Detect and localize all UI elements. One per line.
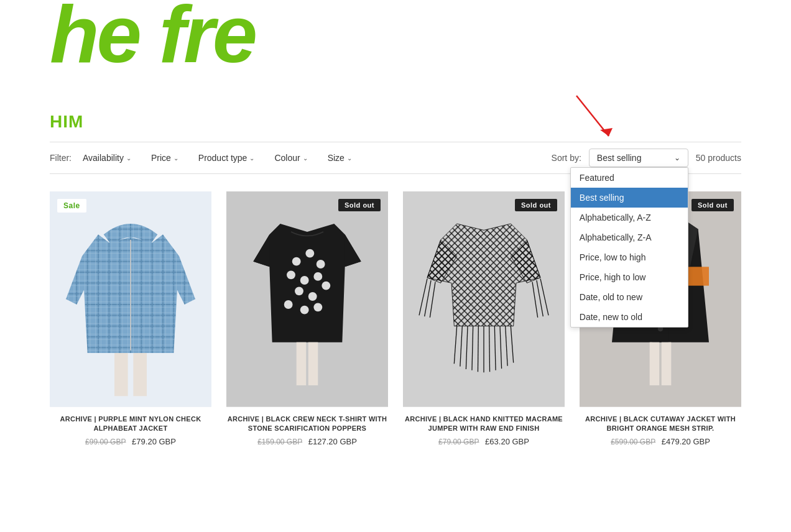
sort-option-price-desc[interactable]: Price, high to low	[571, 267, 688, 287]
sort-option-featured[interactable]: Featured	[571, 168, 688, 188]
product-image-wrapper: Sold out	[403, 191, 565, 407]
product-badge-sale: Sale	[57, 199, 86, 213]
sort-option-best-selling[interactable]: Best selling	[571, 188, 688, 208]
hero-banner: he fre	[0, 0, 791, 99]
chevron-down-icon: ⌄	[126, 155, 131, 162]
svg-point-15	[305, 249, 314, 258]
svg-point-17	[287, 270, 295, 279]
svg-point-23	[284, 300, 293, 309]
product-price: £599.00 GBP £479.20 GBP	[580, 437, 741, 446]
filter-availability[interactable]: Availability ⌄	[79, 150, 135, 165]
sort-select-wrapper: Best selling ⌄ Featured Best selling Alp…	[589, 149, 688, 167]
filter-colour[interactable]: Colour ⌄	[271, 150, 311, 165]
list-item[interactable]: Sold out ARCHIVE | BLACK CREW NECK T-SHI…	[226, 191, 388, 446]
product-image	[226, 191, 388, 407]
product-title: ARCHIVE | BLACK HAND KNITTED MACRAME JUM…	[403, 415, 565, 434]
svg-point-22	[321, 282, 330, 290]
product-title: ARCHIVE | BLACK CUTAWAY JACKET WITH BRIG…	[580, 415, 741, 434]
svg-rect-12	[133, 353, 147, 396]
filter-price[interactable]: Price ⌄	[147, 150, 182, 165]
sort-dropdown-menu: Featured Best selling Alphabetically, A-…	[570, 167, 688, 328]
sort-option-date-new[interactable]: Date, new to old	[571, 307, 688, 327]
svg-point-16	[317, 260, 325, 268]
svg-rect-27	[308, 342, 318, 385]
chevron-down-icon: ⌄	[674, 154, 680, 162]
product-badge-sold-out: Sold out	[338, 199, 381, 211]
svg-line-38	[489, 326, 490, 372]
price-sale: £79.20 GBP	[132, 437, 176, 446]
product-badge-sold-out: Sold out	[515, 199, 557, 211]
price-original: £99.00 GBP	[85, 438, 126, 446]
filter-size[interactable]: Size ⌄	[324, 150, 356, 165]
product-image-wrapper: Sale	[50, 191, 211, 407]
svg-point-20	[295, 287, 303, 295]
list-item[interactable]: Sold out ARCHIVE | BLACK HAND KNITTED MA…	[403, 191, 565, 446]
sort-option-price-asc[interactable]: Price, low to high	[571, 247, 688, 267]
price-original: £159.00 GBP	[257, 438, 302, 446]
svg-line-36	[478, 326, 478, 372]
product-price: £99.00 GBP £79.20 GBP	[50, 437, 211, 446]
sort-section: Sort by: Best selling ⌄ Featured Best se…	[552, 149, 741, 167]
product-image-wrapper: Sold out	[226, 191, 388, 407]
svg-point-19	[313, 272, 322, 281]
svg-rect-26	[297, 342, 307, 385]
sort-current-value: Best selling	[597, 153, 642, 163]
svg-rect-56	[650, 342, 660, 385]
product-image	[50, 191, 211, 407]
filter-bar: Filter: Availability ⌄ Price ⌄ Product t…	[50, 142, 741, 174]
chevron-down-icon: ⌄	[173, 155, 178, 162]
svg-point-18	[300, 276, 309, 285]
product-price: £79.00 GBP £63.20 GBP	[403, 437, 565, 446]
product-badge-sold-out: Sold out	[692, 199, 734, 211]
price-sale: £127.20 GBP	[308, 437, 357, 446]
sort-option-alpha-asc[interactable]: Alphabetically, A-Z	[571, 208, 688, 227]
section-title: HIM	[50, 112, 741, 132]
chevron-down-icon: ⌄	[347, 155, 352, 162]
chevron-down-icon: ⌄	[249, 155, 254, 162]
product-title: ARCHIVE | PURPLE MINT NYLON CHECK ALPHAB…	[50, 415, 211, 434]
filter-product-type[interactable]: Product type ⌄	[195, 150, 259, 165]
product-price: £159.00 GBP £127.20 GBP	[226, 437, 388, 446]
svg-point-21	[308, 292, 317, 301]
sort-select-button[interactable]: Best selling ⌄	[589, 149, 688, 167]
svg-rect-11	[114, 353, 128, 396]
svg-point-24	[300, 306, 309, 314]
svg-point-25	[313, 303, 322, 311]
hero-text: he fre	[50, 0, 255, 75]
products-count: 50 products	[696, 153, 741, 163]
price-sale: £63.20 GBP	[485, 437, 529, 446]
filter-label: Filter:	[50, 153, 72, 163]
svg-rect-57	[662, 342, 672, 385]
sort-option-alpha-desc[interactable]: Alphabetically, Z-A	[571, 227, 688, 247]
price-original: £599.00 GBP	[611, 438, 655, 446]
chevron-down-icon: ⌄	[303, 155, 308, 162]
price-sale: £479.20 GBP	[662, 437, 710, 446]
price-original: £79.00 GBP	[438, 438, 479, 446]
sort-option-date-old[interactable]: Date, old to new	[571, 287, 688, 307]
list-item[interactable]: Sale ARCHIVE | PURPLE MINT NYLON CHECK A…	[50, 191, 211, 446]
product-title: ARCHIVE | BLACK CREW NECK T-SHIRT WITH S…	[226, 415, 388, 434]
product-image	[403, 191, 565, 407]
svg-point-14	[292, 257, 301, 266]
sort-label: Sort by:	[552, 153, 581, 163]
